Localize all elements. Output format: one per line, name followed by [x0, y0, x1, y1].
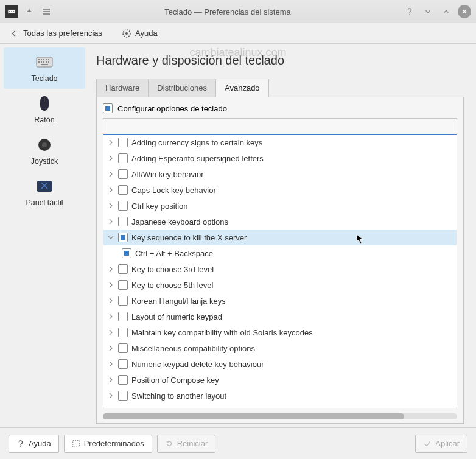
tree-checkbox[interactable] — [118, 312, 128, 321]
defaults-button[interactable]: Predeterminados — [64, 435, 152, 453]
chevron-right-icon[interactable] — [107, 186, 114, 194]
tree-checkbox[interactable] — [118, 169, 128, 179]
tree-row-label: Layout of numeric keypad — [131, 312, 222, 321]
chevron-right-icon[interactable] — [107, 329, 114, 336]
scrollbar-thumb[interactable] — [103, 413, 404, 419]
tree-row-label: Caps Lock key behavior — [131, 186, 216, 195]
maximize-icon[interactable] — [439, 5, 453, 18]
tab-distribuciones[interactable]: Distribuciones — [148, 79, 216, 97]
sidebar-item-raton[interactable]: Ratón — [4, 89, 85, 130]
tree-row[interactable]: Numeric keypad delete key behaviour — [103, 356, 457, 372]
sidebar-item-panel-tactil[interactable]: Panel táctil — [4, 172, 85, 213]
chevron-right-icon[interactable] — [107, 313, 114, 320]
chevron-right-icon[interactable] — [107, 392, 114, 399]
help-button-footer[interactable]: Ayuda — [9, 435, 59, 453]
apply-button-label: Aplicar — [435, 439, 460, 448]
joystick-icon — [36, 136, 53, 153]
tree-row-label: Switching to another layout — [131, 391, 226, 401]
tree-checkbox[interactable] — [118, 233, 128, 242]
tree-checkbox[interactable] — [118, 217, 128, 226]
tree-checkbox[interactable] — [122, 248, 131, 258]
chevron-right-icon[interactable] — [107, 345, 114, 352]
tree-row[interactable]: Japanese keyboard options — [103, 214, 457, 230]
tree-checkbox[interactable] — [118, 343, 128, 353]
tree-checkbox[interactable] — [118, 359, 128, 369]
tree-row-label: Japanese keyboard options — [131, 217, 228, 226]
tab-hardware[interactable]: Hardware — [96, 79, 149, 97]
tree-checkbox[interactable] — [118, 328, 128, 337]
tree-checkbox[interactable] — [118, 391, 128, 401]
svg-rect-11 — [48, 59, 49, 60]
titlebar: Teclado — Preferencias del sistema — [0, 0, 476, 23]
tree-child-row[interactable]: Ctrl + Alt + Backspace — [103, 245, 457, 261]
mouse-icon — [36, 95, 53, 112]
chevron-right-icon[interactable] — [107, 139, 114, 146]
tab-panel-avanzado: Configurar opciones de teclado Adding cu… — [96, 97, 464, 424]
tree-checkbox[interactable] — [118, 138, 128, 147]
sidebar-item-label: Ratón — [34, 116, 54, 124]
hamburger-icon[interactable] — [40, 5, 52, 18]
svg-rect-9 — [43, 59, 44, 60]
back-button[interactable]: Todas las preferencias — [5, 26, 107, 40]
tree-row-label: Numeric keypad delete key behaviour — [131, 360, 264, 369]
tree-row-label: Key sequence to kill the X server — [131, 233, 247, 242]
configure-checkbox[interactable] — [103, 103, 113, 113]
app-icon — [5, 5, 18, 18]
tree-row[interactable]: Alt/Win key behavior — [103, 166, 457, 182]
chevron-right-icon[interactable] — [107, 202, 114, 209]
defaults-button-label: Predeterminados — [84, 439, 144, 448]
sidebar-item-label: Teclado — [31, 74, 57, 83]
tree-row[interactable]: Position of Compose key — [103, 372, 457, 388]
tab-avanzado[interactable]: Avanzado — [215, 79, 269, 97]
sidebar: Teclado Ratón Joystick Panel táctil — [0, 44, 85, 427]
tree-row[interactable]: Ctrl key position — [103, 198, 457, 214]
chevron-down-icon[interactable] — [107, 234, 114, 241]
svg-point-5 — [125, 32, 128, 35]
tree-checkbox[interactable] — [118, 185, 128, 195]
tree-row[interactable]: Key sequence to kill the X server — [103, 230, 457, 245]
chevron-right-icon[interactable] — [107, 170, 114, 178]
tree-row[interactable]: Korean Hangul/Hanja keys — [103, 293, 457, 309]
chevron-right-icon[interactable] — [107, 265, 114, 273]
tree-row[interactable]: Key to choose 3rd level — [103, 261, 457, 277]
main-panel: Hardware y disposición del teclado Hardw… — [85, 44, 476, 427]
help-button[interactable]: Ayuda — [117, 26, 163, 41]
chevron-right-icon[interactable] — [107, 376, 114, 384]
tree-checkbox[interactable] — [118, 375, 128, 385]
tree-row[interactable]: Adding Esperanto supersigned letters — [103, 150, 457, 166]
tree-checkbox[interactable] — [118, 264, 128, 274]
tree-row[interactable]: Miscellaneous compatibility options — [103, 340, 457, 356]
tree-checkbox[interactable] — [118, 296, 128, 306]
pin-icon[interactable] — [23, 5, 35, 18]
chevron-right-icon[interactable] — [107, 155, 114, 162]
tree-row-label: Adding currency signs to certain keys — [131, 138, 262, 147]
tree-row[interactable]: Adding currency signs to certain keys — [103, 135, 457, 150]
tree-row[interactable]: Key to choose 5th level — [103, 277, 457, 293]
svg-point-1 — [9, 11, 10, 12]
chevron-right-icon[interactable] — [107, 297, 114, 304]
chevron-right-icon[interactable] — [107, 360, 114, 368]
tree-row[interactable]: Caps Lock key behavior — [103, 182, 457, 198]
help-icon[interactable] — [403, 5, 416, 18]
chevron-right-icon[interactable] — [107, 218, 114, 225]
tree-row[interactable]: Switching to another layout — [103, 388, 457, 404]
tree-checkbox[interactable] — [118, 201, 128, 211]
sidebar-item-joystick[interactable]: Joystick — [4, 130, 85, 172]
tree-row[interactable]: Layout of numeric keypad — [103, 309, 457, 324]
tree-row-label: Key to choose 5th level — [131, 281, 213, 290]
tabs: Hardware Distribuciones Avanzado — [96, 79, 464, 97]
chevron-right-icon[interactable] — [107, 281, 114, 289]
keyboard-icon — [36, 54, 53, 71]
toolbar: Todas las preferencias Ayuda — [0, 23, 476, 44]
minimize-icon[interactable] — [421, 5, 435, 18]
page-title: Hardware y disposición del teclado — [96, 54, 464, 68]
tree-row[interactable]: Maintain key compatibility with old Sola… — [103, 324, 457, 340]
close-icon[interactable] — [458, 5, 471, 18]
tree-checkbox[interactable] — [118, 153, 128, 163]
back-label: Todas las preferencias — [23, 29, 102, 38]
tree-checkbox[interactable] — [118, 280, 128, 290]
sidebar-item-teclado[interactable]: Teclado — [4, 47, 85, 89]
options-tree[interactable]: Adding currency signs to certain keysAdd… — [103, 118, 457, 408]
svg-rect-7 — [38, 59, 40, 60]
horizontal-scrollbar[interactable] — [103, 413, 457, 419]
